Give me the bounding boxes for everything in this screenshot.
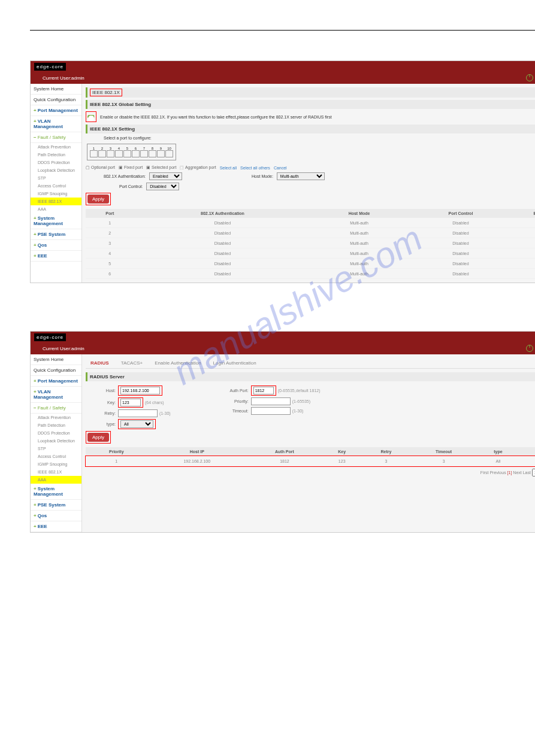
port-4[interactable]: [115, 150, 123, 157]
retry-input[interactable]: [118, 409, 158, 417]
table-row: 1DisabledMulti-authDisabled✎: [86, 218, 535, 228]
radius-server-header: RADIUS Server: [86, 372, 535, 381]
plus-icon: +: [34, 108, 37, 113]
sidebar-sub-loopback[interactable]: Loopback Detection: [31, 437, 81, 445]
timeout-input[interactable]: [251, 407, 291, 415]
sidebar-sub-stp[interactable]: STP: [31, 174, 81, 182]
tab-login-auth[interactable]: Login Authentication: [213, 360, 256, 366]
port-control-select[interactable]: Disabled: [146, 183, 179, 190]
sidebar-item-pse[interactable]: +PSE System: [31, 229, 81, 240]
port-6[interactable]: [132, 150, 140, 157]
sidebar-item-sysmgmt[interactable]: +System Management: [31, 484, 81, 500]
sidebar-item-vlan-mgmt[interactable]: +VLAN Management: [31, 387, 81, 403]
port-2[interactable]: [98, 150, 106, 157]
host-input[interactable]: [120, 387, 160, 394]
apply-button[interactable]: Apply: [87, 195, 109, 204]
type-highlight: All: [118, 419, 156, 429]
port-9[interactable]: [157, 150, 165, 157]
sidebar-item-port-mgmt[interactable]: +Port Management: [31, 105, 81, 116]
sidebar-sub-ddos[interactable]: DDOS Protection: [31, 429, 81, 437]
timeout-label: Timeout:: [219, 409, 249, 413]
sidebar-item-port-mgmt[interactable]: +Port Management: [31, 376, 81, 387]
port-grid: 12345678910: [87, 144, 176, 160]
sidebar-item-fault-safety[interactable]: −Fault / Safety: [31, 403, 81, 414]
sidebar-item-qos[interactable]: +Qos: [31, 240, 81, 251]
power-icon: [526, 74, 533, 81]
sidebar-sub-access[interactable]: Access Control: [31, 182, 81, 190]
pager-page-input[interactable]: [532, 469, 535, 476]
apply-button[interactable]: Apply: [87, 433, 109, 442]
sidebar-item-quick[interactable]: Quick Configuration: [31, 95, 81, 105]
key-input[interactable]: [120, 399, 141, 406]
sidebar-sub-igmp[interactable]: IGMP Snooping: [31, 460, 81, 468]
apply-highlight: Apply: [86, 431, 111, 444]
sidebar-item-sysmgmt[interactable]: +System Management: [31, 213, 81, 229]
pager-prev[interactable]: Previous: [489, 470, 506, 475]
sidebar-sub-attack[interactable]: Attack Prevention: [31, 143, 81, 151]
minus-icon: −: [34, 135, 37, 140]
port-8[interactable]: [149, 150, 156, 157]
sidebar-sub-attack[interactable]: Attack Prevention: [31, 414, 81, 421]
sidebar-sub-stp[interactable]: STP: [31, 445, 81, 453]
tab-enable-auth[interactable]: Enable Authentication: [155, 360, 201, 366]
sidebar-item-home[interactable]: System Home: [31, 354, 81, 365]
type-select[interactable]: All: [120, 420, 153, 428]
global-toggle[interactable]: ON: [87, 115, 95, 119]
sidebar-item-quick[interactable]: Quick Configuration: [31, 365, 81, 376]
port-5[interactable]: [123, 150, 131, 157]
sidebar-item-qos[interactable]: +Qos: [31, 511, 81, 521]
authport-input[interactable]: [253, 387, 274, 394]
breadcrumb: IEEE 802.1X: [86, 87, 535, 98]
sidebar-item-home[interactable]: System Home: [31, 84, 81, 95]
pager-first[interactable]: First: [480, 470, 489, 475]
pager-last[interactable]: Last: [523, 470, 531, 475]
sidebar-sub-ddos[interactable]: DDOS Protection: [31, 159, 81, 166]
global-desc: Enable or disable the IEEE 802.1X. If yo…: [100, 115, 332, 119]
select-others-link[interactable]: Select all others: [240, 166, 270, 170]
port-1[interactable]: [90, 150, 98, 157]
cancel-link[interactable]: Cancel: [274, 166, 287, 170]
port-7[interactable]: [140, 150, 148, 157]
sidebar-sub-access[interactable]: Access Control: [31, 453, 81, 460]
sidebar-sub-aaa[interactable]: AAA: [31, 476, 81, 484]
sidebar-item-eee[interactable]: +EEE: [31, 251, 81, 262]
power-icon: [526, 345, 533, 352]
sidebar-item-pse[interactable]: +PSE System: [31, 500, 81, 511]
sidebar-sub-loopback[interactable]: Loopback Detection: [31, 166, 81, 174]
host-mode-select[interactable]: Multi-auth: [277, 172, 325, 180]
sidebar-sub-aaa[interactable]: AAA: [31, 205, 81, 213]
toggle-highlight: ON: [86, 111, 96, 122]
auth-select[interactable]: Enabled: [149, 172, 182, 180]
priority-input[interactable]: [251, 397, 291, 405]
header-bar: Current User:admin Log Out: [31, 72, 535, 84]
auth-label: 802.1X Authentication:: [104, 174, 146, 178]
sidebar-sub-ieee[interactable]: IEEE 802.1X: [31, 198, 81, 205]
sidebar-item-fault-safety[interactable]: −Fault / Safety: [31, 132, 81, 143]
plus-icon: +: [34, 524, 37, 529]
sidebar-item-eee[interactable]: +EEE: [31, 521, 81, 532]
global-setting-header: IEEE 802.1X Global Setting: [86, 100, 535, 109]
plus-icon: +: [34, 253, 37, 259]
port-10[interactable]: [165, 150, 173, 157]
retry-hint: (1-30): [159, 411, 171, 415]
sidebar-item-vlan-mgmt[interactable]: +VLAN Management: [31, 116, 81, 132]
host-mode-label: Host Mode:: [252, 174, 273, 178]
tab-radius[interactable]: RADIUS: [90, 360, 109, 366]
pager-next[interactable]: Next: [513, 470, 521, 475]
port-3[interactable]: [107, 150, 114, 157]
tab-tacacs[interactable]: TACACS+: [121, 360, 143, 366]
port-legend: ▢ Optional port ▣ Fixed port ▣ Selected …: [86, 165, 535, 170]
plus-icon: +: [34, 502, 37, 508]
sidebar-sub-igmp[interactable]: IGMP Snooping: [31, 190, 81, 198]
plus-icon: +: [34, 215, 37, 221]
port-table: Port802.1X AuthenticationHost ModePort C…: [86, 209, 535, 279]
sidebar-sub-path[interactable]: Path Detection: [31, 421, 81, 429]
logout-area[interactable]: Log Out: [526, 345, 535, 352]
sidebar-sub-ieee[interactable]: IEEE 802.1X: [31, 468, 81, 476]
main-content: IEEE 802.1X IEEE 802.1X Global Setting O…: [82, 84, 535, 283]
logout-area[interactable]: Log Out: [526, 74, 535, 81]
main-content: RADIUS TACACS+ Enable Authentication Log…: [82, 354, 535, 532]
select-all-link[interactable]: Select all: [220, 166, 237, 170]
topbar: edge-core: [31, 61, 535, 72]
sidebar-sub-path[interactable]: Path Detection: [31, 151, 81, 159]
